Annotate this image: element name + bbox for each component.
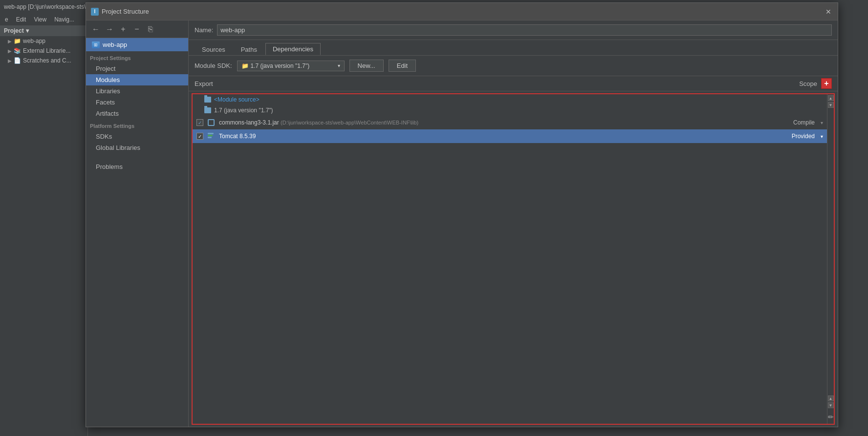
dep-name-commons-lang3: commons-lang3-3.1.jar (D:\jun\workspace-… bbox=[219, 119, 789, 126]
nav-add-button[interactable]: + bbox=[117, 23, 129, 35]
sidebar-dropdown-arrow: ▾ bbox=[26, 27, 29, 34]
scratches-icon: 📄 bbox=[14, 57, 21, 64]
nav-item-libraries[interactable]: Libraries bbox=[86, 85, 188, 97]
folder-icon: 📁 bbox=[14, 38, 21, 44]
name-input[interactable] bbox=[217, 24, 832, 36]
module-tree-item-webapp[interactable]: ⊞ web-app bbox=[86, 38, 188, 51]
sidebar-webapp-label: web-app bbox=[23, 38, 45, 44]
nav-item-facets[interactable]: Facets bbox=[86, 97, 188, 108]
name-label: Name: bbox=[195, 26, 213, 34]
dep-path-commons-lang3: (D:\jun\workspace-sts\web-app\WebContent… bbox=[281, 120, 418, 125]
nav-copy-button[interactable]: ⎘ bbox=[145, 23, 156, 35]
dep-row-commons-lang3[interactable]: commons-lang3-3.1.jar (D:\jun\workspace-… bbox=[193, 116, 827, 129]
deps-list: <Module source> 1.7 (java version "1.7") bbox=[193, 94, 827, 424]
dialog-titlebar: I Project Structure ✕ bbox=[86, 3, 838, 21]
sidebar-item-webapp[interactable]: ▶ 📁 web-app bbox=[0, 36, 87, 46]
scope-label: Scope bbox=[799, 80, 817, 87]
sdk-folder-icon: 📁 bbox=[241, 62, 249, 69]
expand-arrow: ▶ bbox=[8, 58, 12, 63]
sdk-dropdown-arrow: ▾ bbox=[338, 63, 340, 68]
menu-item-navigate[interactable]: Navig... bbox=[51, 15, 77, 24]
dep-scope-tomcat: Provided bbox=[792, 133, 815, 140]
edit-pencil-button[interactable]: ✏ bbox=[826, 411, 835, 423]
ide-sidebar: Project ▾ ▶ 📁 web-app ▶ 📚 External Libra… bbox=[0, 25, 88, 436]
module-source-folder-icon bbox=[204, 97, 211, 103]
sidebar-scratches-label: Scratches and C... bbox=[23, 57, 71, 64]
sdk-new-button[interactable]: New... bbox=[349, 60, 384, 72]
menu-item-e[interactable]: e bbox=[2, 15, 11, 24]
menu-item-view[interactable]: View bbox=[31, 15, 49, 24]
move-down-button[interactable]: ▼ bbox=[828, 402, 834, 408]
nav-item-sdks[interactable]: SDKs bbox=[86, 131, 188, 142]
expand-arrow: ▶ bbox=[8, 39, 12, 44]
sidebar-item-ext-libs[interactable]: ▶ 📚 External Librarie... bbox=[0, 46, 87, 56]
left-nav-panel: ← → + − ⎘ ⊞ web-app Project Settings Pro… bbox=[86, 21, 189, 427]
module-icon: ⊞ bbox=[92, 42, 100, 48]
nav-remove-button[interactable]: − bbox=[131, 23, 143, 35]
module-source-label: <Module source> bbox=[214, 96, 260, 103]
nav-item-project[interactable]: Project bbox=[86, 63, 188, 74]
tab-dependencies[interactable]: Dependencies bbox=[265, 43, 321, 55]
deps-header: Export Scope + bbox=[189, 76, 838, 91]
nav-item-artifacts[interactable]: Artifacts bbox=[86, 108, 188, 119]
dialog-body: ← → + − ⎘ ⊞ web-app Project Settings Pro… bbox=[86, 21, 838, 427]
move-up-button[interactable]: ▲ bbox=[828, 395, 834, 401]
nav-back-button[interactable]: ← bbox=[90, 23, 102, 35]
dep-lib-icon bbox=[207, 132, 215, 140]
dep-row-tomcat[interactable]: Tomcat 8.5.39 Provided ▾ bbox=[193, 129, 827, 143]
tree-item-module-source: <Module source> bbox=[193, 94, 827, 105]
module-name: web-app bbox=[103, 41, 127, 48]
deps-scrollbar: ▲ ▼ ▲ ▼ ✏ bbox=[827, 94, 834, 424]
right-panel: Name: Sources Paths Dependencies Module … bbox=[189, 21, 838, 427]
dep-scope-commons-lang3: Compile bbox=[793, 119, 815, 126]
project-settings-section-label: Project Settings bbox=[86, 51, 188, 63]
tabs-bar: Sources Paths Dependencies bbox=[189, 40, 838, 56]
jdk-label: 1.7 (java version "1.7") bbox=[214, 107, 273, 114]
dep-checkbox-commons-lang3[interactable] bbox=[196, 119, 203, 126]
dialog-title-text: Project Structure bbox=[102, 8, 149, 15]
dependencies-area: Export Scope + <Module source> bbox=[189, 76, 838, 427]
dialog-title-area: I Project Structure bbox=[91, 8, 149, 16]
sdk-dropdown[interactable]: 📁 1.7 (java version "1.7") ▾ bbox=[237, 61, 345, 71]
scroll-up-button[interactable]: ▲ bbox=[828, 95, 834, 101]
tree-item-jdk: 1.7 (java version "1.7") bbox=[193, 105, 827, 116]
tab-sources[interactable]: Sources bbox=[195, 43, 233, 55]
scroll-down-button[interactable]: ▼ bbox=[828, 102, 834, 108]
dialog-close-button[interactable]: ✕ bbox=[824, 7, 833, 16]
dialog-title-icon: I bbox=[91, 8, 99, 16]
dep-name-tomcat: Tomcat 8.5.39 bbox=[219, 133, 788, 140]
sidebar-project-label[interactable]: Project bbox=[4, 27, 24, 34]
nav-item-global-libraries[interactable]: Global Libraries bbox=[86, 142, 188, 153]
sdk-label: Module SDK: bbox=[195, 62, 232, 69]
export-label: Export bbox=[195, 80, 224, 87]
sdk-edit-button[interactable]: Edit bbox=[389, 60, 416, 72]
add-dependency-button[interactable]: + bbox=[821, 78, 832, 89]
project-structure-dialog: I Project Structure ✕ ← → + − ⎘ ⊞ bbox=[86, 2, 838, 427]
sdk-value: 1.7 (java version "1.7") bbox=[251, 62, 310, 69]
sidebar-header: Project ▾ bbox=[0, 25, 87, 36]
nav-item-modules[interactable]: Modules bbox=[86, 74, 188, 85]
nav-item-problems[interactable]: Problems bbox=[86, 161, 188, 172]
ext-lib-icon: 📚 bbox=[14, 47, 21, 54]
expand-arrow: ▶ bbox=[8, 48, 12, 54]
dep-checkbox-tomcat[interactable] bbox=[196, 133, 203, 140]
menu-item-edit[interactable]: Edit bbox=[13, 15, 29, 24]
tab-paths[interactable]: Paths bbox=[234, 43, 264, 55]
deps-list-container: <Module source> 1.7 (java version "1.7") bbox=[192, 93, 835, 425]
platform-settings-section-label: Platform Settings bbox=[86, 119, 188, 131]
dep-scope-arrow[interactable]: ▾ bbox=[821, 120, 823, 125]
dep-jar-icon bbox=[207, 119, 215, 126]
sdk-bar: Module SDK: 📁 1.7 (java version "1.7") ▾… bbox=[189, 56, 838, 76]
name-bar: Name: bbox=[189, 21, 838, 40]
dep-scope-arrow-tomcat[interactable]: ▾ bbox=[821, 134, 823, 139]
jdk-folder-icon bbox=[204, 107, 211, 113]
sidebar-extlib-label: External Librarie... bbox=[23, 47, 70, 54]
left-nav-toolbar: ← → + − ⎘ bbox=[86, 21, 188, 38]
nav-forward-button[interactable]: → bbox=[104, 23, 115, 35]
sidebar-item-scratches[interactable]: ▶ 📄 Scratches and C... bbox=[0, 56, 87, 65]
